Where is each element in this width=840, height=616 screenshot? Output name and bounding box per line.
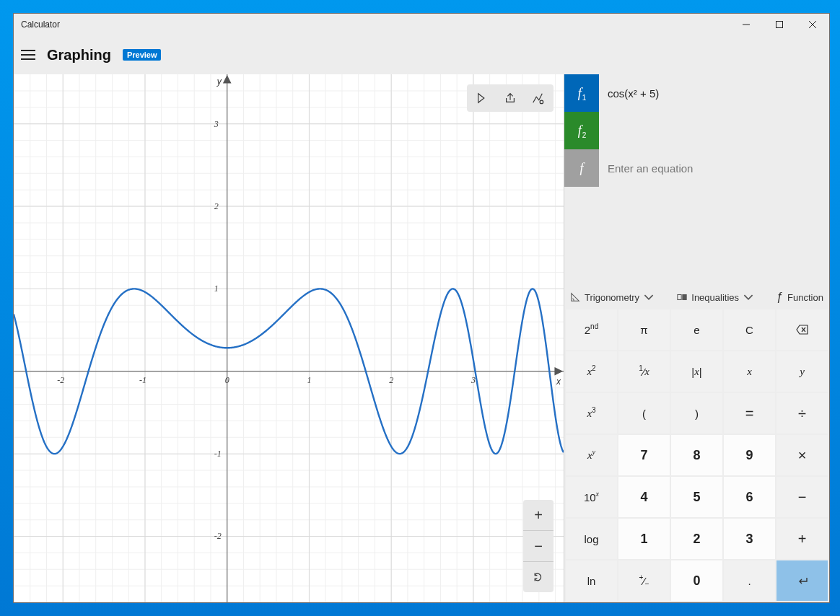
- hamburger-menu-icon[interactable]: [21, 50, 35, 60]
- zoom-controls: + −: [523, 500, 554, 592]
- key-0[interactable]: 0: [671, 560, 722, 601]
- svg-rect-100: [678, 295, 681, 300]
- window-controls: [730, 14, 829, 35]
- mode-title: Graphing: [47, 47, 111, 63]
- equation-chip[interactable]: f2: [564, 112, 599, 149]
- window-title: Calculator: [21, 19, 60, 30]
- titlebar: Calculator: [14, 14, 829, 35]
- inequalities-tab-label: Inequalities: [691, 292, 739, 303]
- maximize-button[interactable]: [763, 14, 796, 35]
- key-8[interactable]: 8: [671, 435, 722, 475]
- key-xʸ[interactable]: xy: [566, 435, 617, 475]
- trig-tab[interactable]: Trigonometry: [570, 292, 654, 303]
- equation-row[interactable]: f: [564, 149, 829, 187]
- close-button[interactable]: [796, 14, 829, 35]
- key-C[interactable]: C: [724, 309, 775, 350]
- equation-row[interactable]: f1: [564, 74, 829, 112]
- function-tab-label: Function: [787, 292, 823, 303]
- key-¹⁄x[interactable]: 1⁄x: [618, 351, 670, 392]
- svg-text:-2: -2: [57, 375, 64, 385]
- key-x[interactable]: x: [724, 351, 775, 392]
- side-panel: f1f2f Trigonometry Inequalities ƒ Functi…: [564, 74, 829, 602]
- key-4[interactable]: 4: [618, 477, 670, 517]
- svg-text:2: 2: [389, 375, 393, 385]
- svg-text:-1: -1: [214, 449, 222, 459]
- key-log[interactable]: log: [566, 519, 617, 559]
- svg-text:0: 0: [225, 375, 229, 385]
- svg-text:-1: -1: [139, 375, 146, 385]
- graph-canvas[interactable]: -2-10123-2-1123xy + −: [14, 74, 564, 602]
- key-2nd[interactable]: 2nd: [566, 309, 617, 350]
- key-9[interactable]: 9: [724, 435, 775, 475]
- zoom-in-button[interactable]: +: [523, 500, 554, 530]
- key-y[interactable]: y: [776, 351, 828, 392]
- key-+[interactable]: +: [776, 519, 828, 559]
- graph-settings-button[interactable]: [525, 87, 551, 109]
- trace-button[interactable]: [470, 87, 496, 109]
- svg-text:-2: -2: [214, 532, 222, 542]
- svg-marker-85: [224, 76, 231, 83]
- header: Graphing Preview: [14, 35, 829, 74]
- equation-row[interactable]: f2: [564, 112, 829, 149]
- key-7[interactable]: 7: [618, 435, 670, 475]
- key-↵[interactable]: [776, 560, 828, 601]
- svg-text:y: y: [216, 76, 222, 87]
- key-x³[interactable]: x3: [566, 393, 617, 434]
- key-⌫[interactable]: [776, 309, 828, 350]
- keypad: 2ndπeCx21⁄x|x|xyx3()=÷xy789×10x456−log12…: [564, 308, 829, 602]
- key-1[interactable]: 1: [618, 519, 670, 559]
- app-window: Calculator Graphing Preview -2-10123-2-1…: [13, 13, 830, 603]
- key-3[interactable]: 3: [724, 519, 775, 559]
- trig-tab-label: Trigonometry: [585, 292, 639, 303]
- key-)[interactable]: ): [671, 393, 722, 434]
- svg-text:1: 1: [307, 375, 311, 385]
- svg-text:x: x: [556, 377, 561, 387]
- key-×[interactable]: ×: [776, 435, 828, 475]
- equation-input[interactable]: [599, 74, 829, 112]
- svg-text:2: 2: [214, 201, 219, 211]
- equation-list: f1f2f: [564, 74, 829, 187]
- equation-input[interactable]: [599, 149, 829, 187]
- key-10ˣ[interactable]: 10x: [566, 477, 617, 517]
- svg-text:3: 3: [214, 119, 219, 129]
- key-|x|[interactable]: |x|: [671, 351, 722, 392]
- key-π[interactable]: π: [618, 309, 670, 350]
- key-x²[interactable]: x2: [566, 351, 617, 392]
- inequality-icon: [677, 292, 687, 302]
- key-ln[interactable]: ln: [566, 560, 617, 601]
- zoom-reset-button[interactable]: [523, 562, 554, 592]
- chevron-down-icon: [743, 292, 753, 302]
- graph-toolbar: [467, 84, 554, 112]
- key-−[interactable]: −: [776, 477, 828, 517]
- equation-chip[interactable]: f: [564, 149, 599, 187]
- key-=[interactable]: =: [724, 393, 775, 434]
- key-.[interactable]: .: [724, 560, 775, 601]
- angle-icon: [570, 292, 580, 302]
- svg-text:1: 1: [214, 283, 219, 294]
- svg-point-99: [540, 100, 543, 104]
- equation-input[interactable]: [599, 112, 829, 149]
- share-button[interactable]: [497, 87, 523, 109]
- key-5[interactable]: 5: [671, 477, 722, 517]
- function-icon: ƒ: [776, 291, 783, 304]
- svg-marker-84: [555, 368, 562, 375]
- svg-text:3: 3: [471, 375, 476, 385]
- inequalities-tab[interactable]: Inequalities: [677, 292, 753, 303]
- minimize-button[interactable]: [730, 14, 763, 35]
- key-6[interactable]: 6: [724, 477, 775, 517]
- svg-rect-1: [776, 22, 783, 28]
- svg-rect-101: [683, 295, 686, 300]
- preview-badge: Preview: [123, 49, 162, 61]
- key-e[interactable]: e: [671, 309, 722, 350]
- zoom-out-button[interactable]: −: [523, 531, 554, 561]
- chevron-down-icon: [644, 292, 654, 302]
- key-⁺⁄₋[interactable]: +⁄−: [618, 560, 670, 601]
- key-2[interactable]: 2: [671, 519, 722, 559]
- key-([interactable]: (: [618, 393, 670, 434]
- keypad-tabs: Trigonometry Inequalities ƒ Function: [564, 283, 829, 308]
- equation-chip[interactable]: f1: [564, 74, 599, 112]
- function-tab[interactable]: ƒ Function: [776, 291, 823, 304]
- key-÷[interactable]: ÷: [776, 393, 828, 434]
